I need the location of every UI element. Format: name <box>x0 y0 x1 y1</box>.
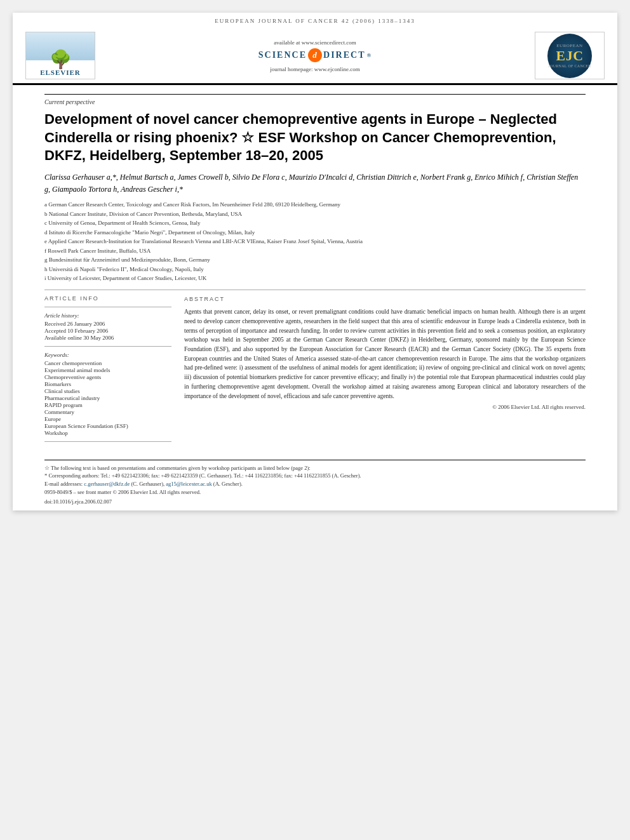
affiliation-a: a German Cancer Research Center, Toxicol… <box>44 201 586 210</box>
email-1[interactable]: c.gerhauser@dkfz.de <box>84 481 130 487</box>
keyword-1: Experimental animal models <box>44 367 171 373</box>
available-date: Available online 30 May 2006 <box>44 335 171 341</box>
elsevier-label: ELSEVIER <box>40 69 81 76</box>
abstract-text: Agents that prevent cancer, delay its on… <box>184 307 586 401</box>
copyright-text: © 2006 Elsevier Ltd. All rights reserved… <box>184 403 586 412</box>
abstract-heading: ABSTRACT <box>184 295 586 304</box>
history-label: Article history: <box>44 312 171 319</box>
article-info-heading: ARTICLE INFO <box>44 295 171 302</box>
keywords-label: Keywords: <box>44 352 171 358</box>
affiliations: a German Cancer Research Center, Toxicol… <box>44 201 586 283</box>
accepted-date: Accepted 10 February 2006 <box>44 328 171 334</box>
email-note: E-mail addresses: c.gerhauser@dkfz.de (C… <box>44 480 586 488</box>
elsevier-logo: 🌳 ELSEVIER <box>25 32 95 79</box>
ejc-bottom-label: JOURNAL OF CANCER <box>548 64 591 68</box>
keyword-7: Commentary <box>44 409 171 415</box>
keyword-5: Pharmaceutical industry <box>44 395 171 401</box>
corresponding-note: * Corresponding authors: Tel.: +49 62214… <box>44 472 586 480</box>
issn-note: 0959-8049/$ – see front matter © 2006 El… <box>44 488 586 497</box>
keyword-4: Clinical studies <box>44 388 171 394</box>
affiliation-d: d Istituto di Ricerche Farmacologiche "M… <box>44 229 586 237</box>
main-content: Current perspective Development of novel… <box>13 85 617 453</box>
sciencedirect-logo: SCIENCE d DIRECT ® <box>258 48 372 62</box>
keyword-9: European Science Foundation (ESF) <box>44 423 171 429</box>
doi-note: doi:10.1016/j.ejca.2006.02.007 <box>44 498 586 506</box>
affiliation-f: f Roswell Park Cancer Institute, Buffalo… <box>44 247 586 256</box>
header-logos: 🌳 ELSEVIER available at www.sciencedirec… <box>13 28 617 85</box>
affiliation-b: b National Cancer Institute, Division of… <box>44 210 586 219</box>
science-label: SCIENCE <box>258 50 307 60</box>
ejc-letters: EJC <box>556 48 583 63</box>
footnote-star: ☆ The following text is based on present… <box>44 464 586 472</box>
two-col-section: ARTICLE INFO Article history: Received 2… <box>44 295 586 447</box>
affiliation-h: h Università di Napoli "Federico II", Me… <box>44 265 586 274</box>
authors-text: Clarissa Gerhauser a,*, Helmut Bartsch a… <box>44 173 578 194</box>
article-info-col: ARTICLE INFO Article history: Received 2… <box>44 295 171 447</box>
email-2[interactable]: ag15@leicester.ac.uk <box>166 481 212 487</box>
keyword-6: RAPID program <box>44 402 171 408</box>
divider <box>44 290 586 290</box>
journal-title: EUROPEAN JOURNAL OF CANCER 42 (2006) 133… <box>25 18 605 24</box>
left-divider2 <box>44 346 171 347</box>
authors: Clarissa Gerhauser a,*, Helmut Bartsch a… <box>44 171 586 196</box>
page: EUROPEAN JOURNAL OF CANCER 42 (2006) 133… <box>13 13 617 510</box>
registered-icon: ® <box>366 52 372 58</box>
center-logos: available at www.sciencedirect.com SCIEN… <box>258 39 372 72</box>
section-label: Current perspective <box>44 94 586 105</box>
affiliation-e: e Applied Cancer Research-Institution fo… <box>44 237 586 246</box>
left-divider3 <box>44 441 171 442</box>
keyword-10: Workshop <box>44 430 171 436</box>
sd-icon: d <box>308 48 322 62</box>
direct-label: DIRECT <box>323 50 365 60</box>
keyword-8: Europe <box>44 416 171 422</box>
received-date: Received 26 January 2006 <box>44 321 171 327</box>
elsevier-tree-icon: 🌳 <box>50 51 72 69</box>
keyword-2: Chemopreventive agents <box>44 374 171 380</box>
ejc-badge: EUROPEAN EJC JOURNAL OF CANCER <box>547 34 592 78</box>
abstract-col: ABSTRACT Agents that prevent cancer, del… <box>184 295 586 447</box>
footer-notes: ☆ The following text is based on present… <box>44 460 586 506</box>
affiliation-g: g Bundesinstitut für Arzneimittel und Me… <box>44 256 586 265</box>
ejc-logo: EUROPEAN EJC JOURNAL OF CANCER <box>535 32 605 79</box>
keyword-0: Cancer chemoprevention <box>44 360 171 366</box>
article-title: Development of novel cancer chemoprevent… <box>44 110 586 165</box>
available-at-text: available at www.sciencedirect.com <box>274 39 356 46</box>
affiliation-c: c University of Genoa, Department of Hea… <box>44 219 586 228</box>
keyword-3: Biomarkers <box>44 381 171 387</box>
journal-homepage: journal homepage: www.ejconline.com <box>270 66 359 72</box>
affiliation-i: i University of Leicester, Department of… <box>44 274 586 283</box>
journal-header: EUROPEAN JOURNAL OF CANCER 42 (2006) 133… <box>13 13 617 24</box>
left-divider <box>44 307 171 307</box>
